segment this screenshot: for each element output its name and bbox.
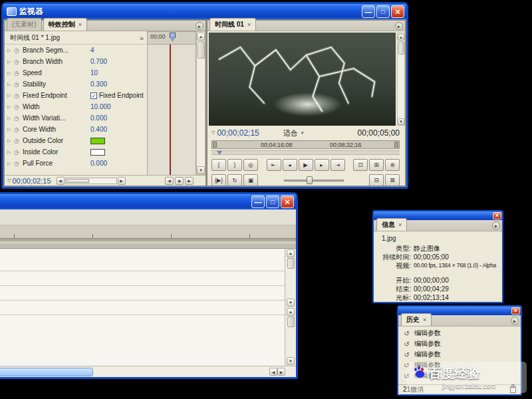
zoom-bar-right-handle[interactable] <box>394 142 398 148</box>
scroll-down-icon[interactable]: ▼ <box>398 118 404 125</box>
stopwatch-icon[interactable]: ◷ <box>14 160 23 167</box>
Outside Color[interactable]: ▷ ◷ Outside Color <box>5 135 147 146</box>
expand-arrow-icon[interactable]: ▷ <box>7 116 14 121</box>
zoom-bar-left-handle[interactable] <box>213 142 217 148</box>
Branch Width[interactable]: ▷ ◷ Branch Width 0.700 <box>5 56 147 67</box>
history-item[interactable]: ↺ 编辑参数 <box>398 328 521 338</box>
mark-in-button[interactable]: { <box>211 159 226 171</box>
marker-button[interactable]: ◎ <box>243 159 258 171</box>
play-button[interactable]: ▶ <box>299 159 313 171</box>
stopwatch-icon[interactable]: ◷ <box>14 126 23 133</box>
tab-no-clip[interactable]: (无素材) <box>7 18 42 31</box>
stopwatch-icon[interactable]: ◷ <box>14 104 23 110</box>
stopwatch-icon[interactable]: ◷ <box>14 47 23 54</box>
panel-menu-icon[interactable]: ▶ <box>492 221 500 229</box>
safe-margins-button[interactable]: ▣ <box>243 174 258 186</box>
stopwatch-icon[interactable]: ◷ <box>14 149 23 156</box>
param-value[interactable]: 0.000 <box>90 114 107 122</box>
scroll-up-icon[interactable]: ▲ <box>287 249 295 257</box>
Stability[interactable]: ▷ ◷ Stability 0.300 <box>5 78 147 90</box>
expand-arrow-icon[interactable]: ▷ <box>7 82 14 87</box>
tab-effect-controls[interactable]: 特效控制 × <box>43 18 87 31</box>
settings-button[interactable]: ⊛ <box>385 159 400 171</box>
timecode-value[interactable]: 00;00;02;15 <box>217 128 259 138</box>
video-preview[interactable] <box>209 33 396 126</box>
effects-mini-ruler[interactable]: 00;00 <box>147 31 196 45</box>
minimize-button[interactable]: — <box>362 5 375 18</box>
stopwatch-icon[interactable]: ◷ <box>14 115 23 122</box>
panel-menu-icon[interactable]: ▶ <box>395 22 403 30</box>
expand-arrow-icon[interactable]: ▷ <box>7 70 14 76</box>
tab-info[interactable]: 信息 × <box>376 218 407 231</box>
Speed[interactable]: ▷ ◷ Speed 10 <box>5 67 147 78</box>
audio-track[interactable] <box>0 286 285 301</box>
current-timecode[interactable]: ▽ 00;00;02;15 <box>211 128 259 138</box>
scroll-up-icon[interactable]: ▲ <box>287 308 295 316</box>
color-swatch[interactable] <box>90 138 105 144</box>
timeline-maximize-button[interactable]: □ <box>266 196 279 208</box>
Width[interactable]: ▷ ◷ Width 10.000 <box>5 101 147 112</box>
scrollbar-thumb[interactable] <box>66 179 90 183</box>
program-zoom-bar[interactable]: 00;04;16;08 00;08;32;16 <box>211 140 400 149</box>
go-to-in-button[interactable]: ⇤ <box>267 159 281 171</box>
effects-timecode[interactable]: ▽ 00;00;02;15 <box>7 177 51 185</box>
scroll-down-icon[interactable]: ▼ <box>287 357 295 365</box>
timeline-ruler[interactable] <box>0 225 296 239</box>
playhead-marker[interactable] <box>170 33 176 41</box>
timeline-titlebar[interactable]: — □ × <box>0 194 296 209</box>
program-cti-bar[interactable] <box>211 150 400 155</box>
timeline-minimize-button[interactable]: — <box>251 196 265 208</box>
video-track[interactable] <box>0 271 285 286</box>
Branch Segm...[interactable]: ▷ ◷ Branch Segm... 4 <box>5 45 147 56</box>
expand-arrow-icon[interactable]: ▷ <box>7 93 14 98</box>
tab-close-icon[interactable]: × <box>247 21 251 28</box>
lift-button[interactable]: ⊟ <box>369 174 384 186</box>
zoom-level-dropdown[interactable]: 适合 ▼ <box>283 128 305 138</box>
panel-menu-icon[interactable]: ▶ <box>511 317 519 325</box>
program-vertical-scrollbar[interactable]: ▲ ▼ <box>397 33 405 126</box>
close-button[interactable]: × <box>391 5 404 18</box>
stopwatch-icon[interactable]: ◷ <box>14 70 23 76</box>
playhead-marker[interactable] <box>217 151 222 155</box>
param-value[interactable]: 10.000 <box>90 103 111 110</box>
expand-arrow-icon[interactable]: ▷ <box>7 48 14 53</box>
go-to-out-button[interactable]: ⇥ <box>331 159 345 171</box>
history-item[interactable]: ↺ 编辑参数 <box>398 349 521 360</box>
audio-track[interactable] <box>0 301 285 315</box>
audio-tracks-scrollbar[interactable]: ▲ ▼ <box>286 308 295 365</box>
scrollbar-thumb[interactable] <box>287 258 295 269</box>
video-tracks-scrollbar[interactable]: ▲ ▼ <box>286 249 295 307</box>
tab-close-icon[interactable]: × <box>423 317 426 323</box>
param-value[interactable]: 4 <box>90 47 94 54</box>
expand-arrow-icon[interactable]: ▷ <box>7 138 14 144</box>
Core Width[interactable]: ▷ ◷ Core Width 0.400 <box>5 124 147 135</box>
effects-horizontal-scrollbar[interactable]: ◀ ▶ <box>57 177 126 185</box>
Inside Color[interactable]: ▷ ◷ Inside Color <box>5 146 147 158</box>
param-value[interactable]: 0.300 <box>90 80 107 88</box>
scrollbar-track[interactable] <box>65 178 117 184</box>
maximize-button[interactable]: □ <box>376 5 390 18</box>
effects-vertical-scrollbar[interactable]: ▲ ▼ <box>196 31 205 175</box>
param-value[interactable]: 0.000 <box>90 160 107 167</box>
expand-arrow-icon[interactable]: ▷ <box>7 104 14 110</box>
play-in-to-out-button[interactable]: {▶} <box>211 174 226 186</box>
scrollbar-thumb[interactable] <box>287 317 295 327</box>
monitor-titlebar[interactable]: 监视器 — □ × <box>3 4 406 19</box>
Fixed Endpoint[interactable]: ▷ ◷ Fixed Endpoint ✓ Fixed Endpoint <box>5 90 147 101</box>
history-close-button[interactable]: × <box>511 307 520 315</box>
info-close-button[interactable]: × <box>493 212 501 219</box>
output-button[interactable]: ⊡ <box>353 159 368 171</box>
expand-arrow-icon[interactable]: ▷ <box>7 59 14 65</box>
work-area-bar[interactable] <box>0 239 296 249</box>
scroll-down-icon[interactable]: ▼ <box>197 166 205 174</box>
scroll-right-icon[interactable]: ▶ <box>277 368 285 376</box>
color-swatch[interactable] <box>90 149 105 156</box>
mark-out-button[interactable]: } <box>227 159 242 171</box>
param-value[interactable]: 0.700 <box>90 58 107 65</box>
scroll-left-icon[interactable]: ◀ <box>269 368 277 376</box>
video-track[interactable] <box>0 249 285 271</box>
tab-timeline-01[interactable]: 时间线 01 × <box>209 18 256 31</box>
history-item[interactable]: ↺ 编辑参数 <box>398 338 521 349</box>
next-keyframe-button[interactable]: ▶ <box>185 177 194 185</box>
tab-history[interactable]: 历史 × <box>401 313 432 326</box>
